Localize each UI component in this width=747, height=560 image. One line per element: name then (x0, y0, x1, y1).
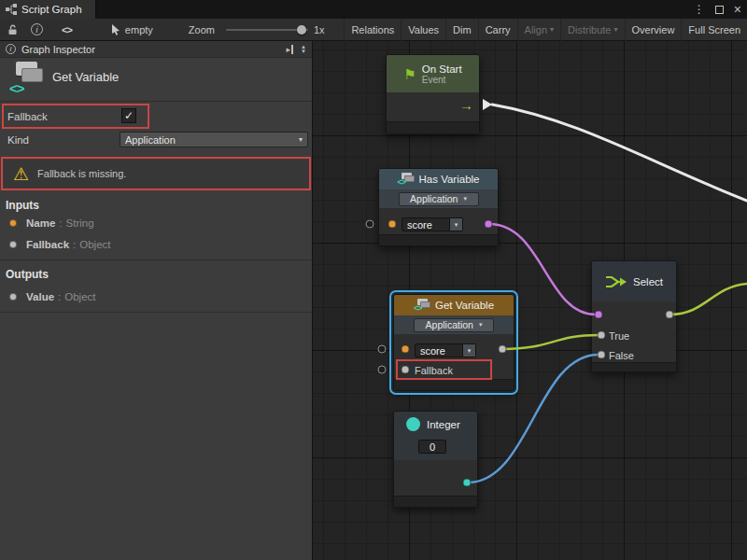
get-variable-kind-dropdown[interactable]: Application ▾ (414, 318, 494, 332)
unit-title: Get Variable (52, 70, 119, 84)
values-button[interactable]: Values (401, 19, 445, 41)
script-graph-window: Script Graph ⋮ × i <> empty Zoom 1x (0, 0, 747, 560)
graph-inspector-panel: i Graph Inspector ▸ ▲ ▼ <> Get Variable … (0, 41, 313, 560)
port-name: Value (26, 291, 54, 302)
port-type: String (66, 217, 94, 229)
distribute-button[interactable]: Distribute ▾ (560, 19, 624, 41)
integer-icon (406, 417, 420, 431)
wire-select-output[interactable] (670, 284, 747, 315)
get-variable-name-port[interactable] (402, 345, 410, 354)
tab-title: Script Graph (21, 4, 82, 15)
fallback-checkbox[interactable]: ✓ (121, 108, 136, 123)
has-variable-unconnected-input-port[interactable] (366, 220, 374, 229)
integer-value: 0 (430, 441, 435, 453)
chevron-down-icon: ▾ (614, 25, 618, 34)
has-variable-output-port[interactable] (485, 220, 493, 229)
node-title: Has Variable (419, 174, 480, 185)
wire-on-start-flow[interactable] (492, 105, 747, 201)
info-icon[interactable]: i (31, 23, 43, 35)
kind-dropdown[interactable]: Application ▾ (120, 132, 308, 147)
scroll-buttons: ▲ ▼ (301, 45, 306, 54)
flow-output-port[interactable]: → (459, 98, 473, 112)
node-footer (592, 362, 676, 371)
node-integer[interactable]: Integer 0 (393, 411, 478, 508)
chevron-down-icon: ▾ (550, 25, 554, 34)
tab-script-graph[interactable]: Script Graph (0, 0, 96, 19)
input-row-name: Name : String (0, 217, 312, 230)
get-variable-unconnected-name-port[interactable] (378, 345, 387, 354)
input-row-fallback: Fallback : Object (0, 238, 312, 251)
node-header: Integer 0 (394, 412, 477, 460)
graph-canvas[interactable]: ⚑ On Start Event → <> Has Variable (313, 41, 747, 560)
warning-text: Fallback is missing. (37, 168, 126, 179)
select-output-port[interactable] (666, 311, 674, 319)
node-get-variable[interactable]: <> Get Variable Application ▾ score ▾ Fa… (393, 294, 514, 391)
lock-icon[interactable] (7, 19, 18, 41)
has-variable-name-dropdown[interactable]: ▾ (450, 217, 463, 231)
align-label: Align (525, 24, 547, 35)
flag-icon: ⚑ (403, 67, 416, 81)
node-title: Select (633, 276, 663, 287)
chevron-down-icon: ▾ (299, 135, 303, 144)
true-port-label: True (609, 330, 629, 342)
has-variable-name-port[interactable] (388, 220, 397, 229)
variable-icon: <> (398, 173, 414, 187)
node-on-start[interactable]: ⚑ On Start Event → (386, 54, 480, 134)
dock-icon[interactable]: ▸ (287, 45, 294, 54)
carry-button[interactable]: Carry (478, 19, 517, 41)
false-port-label: False (609, 350, 634, 361)
node-header: Select (592, 261, 676, 301)
node-footer (394, 379, 514, 390)
code-icon: <> (9, 80, 24, 96)
flow-connection-arrow (483, 99, 492, 110)
object-port-dot (9, 293, 17, 301)
scroll-down-icon[interactable]: ▼ (301, 49, 306, 54)
graph-pointer-label: empty (125, 24, 153, 35)
chevron-down-icon: ▾ (479, 321, 483, 329)
kind-field-label: Kind (7, 134, 29, 146)
string-port-dot (9, 219, 17, 227)
node-has-variable[interactable]: <> Has Variable Application ▾ score ▾ (378, 168, 499, 246)
close-icon[interactable]: × (734, 2, 741, 17)
get-variable-unconnected-fallback-port[interactable] (378, 366, 387, 374)
get-variable-value-port[interactable] (499, 345, 507, 354)
zoom-label: Zoom (189, 24, 215, 35)
chevron-down-icon: ▾ (463, 195, 467, 203)
node-header: <> Has Variable (379, 169, 498, 189)
node-footer (379, 234, 498, 245)
integer-value-field[interactable]: 0 (418, 440, 446, 454)
get-variable-name-field[interactable]: score (415, 343, 463, 357)
toolbar-buttons: Relations Values Dim Carry Align ▾ Distr… (344, 19, 747, 41)
maximize-icon[interactable] (715, 6, 724, 14)
zoom-slider[interactable] (226, 19, 308, 41)
overview-button[interactable]: Overview (625, 19, 682, 41)
get-variable-fallback-port[interactable] (402, 366, 410, 374)
code-view-icon[interactable]: <> (62, 19, 72, 41)
select-condition-port[interactable] (595, 311, 603, 319)
zoom-slider-knob[interactable] (297, 25, 306, 35)
kind-field-row: Kind Application ▾ (0, 130, 312, 150)
menu-icon[interactable]: ⋮ (694, 3, 705, 16)
zoom-slider-track[interactable] (226, 29, 308, 31)
wire-get-variable-to-select-true[interactable] (503, 335, 599, 349)
checkmark-icon: ✓ (124, 109, 134, 122)
code-icon: <> (414, 303, 422, 313)
full-screen-button[interactable]: Full Screen (681, 19, 747, 41)
integer-output-port[interactable] (463, 479, 472, 487)
dim-button[interactable]: Dim (445, 19, 478, 41)
has-variable-name-field[interactable]: score (402, 217, 450, 231)
kind-row: Application ▾ (379, 189, 498, 208)
get-variable-name-dropdown[interactable]: ▾ (463, 343, 476, 357)
title-bar: Script Graph ⋮ × (0, 0, 747, 19)
align-button[interactable]: Align ▾ (517, 19, 560, 41)
divider (0, 101, 312, 102)
warning-box: ⚠ Fallback is missing. (4, 160, 309, 188)
node-header: ⚑ On Start Event (387, 55, 479, 92)
select-true-port[interactable] (598, 331, 606, 340)
has-variable-kind-dropdown[interactable]: Application ▾ (399, 192, 479, 206)
select-false-port[interactable] (598, 351, 606, 359)
chevron-down-icon: ▾ (468, 347, 472, 355)
relations-button[interactable]: Relations (344, 19, 401, 41)
variable-name-value: score (420, 345, 445, 357)
node-subtitle: Event (422, 75, 462, 85)
